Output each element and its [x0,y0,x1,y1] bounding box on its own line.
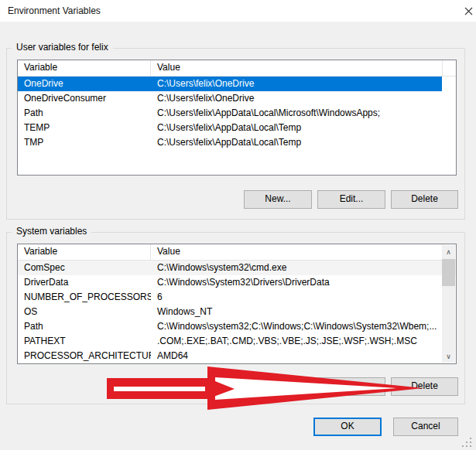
variable-cell[interactable]: TMP [18,135,151,150]
variable-cell[interactable]: NUMBER_OF_PROCESSORS [18,290,151,305]
variable-cell[interactable]: Path [18,319,151,334]
scrollbar-thumb[interactable] [442,259,455,286]
vertical-scrollbar[interactable]: ∧ ∨ [442,245,455,363]
close-icon[interactable] [461,0,476,22]
value-cell[interactable]: C:\Users\felix\OneDrive [151,91,456,106]
value-cell[interactable]: C:\Windows\system32\cmd.exe [151,261,456,275]
cancel-button[interactable]: Cancel [393,418,458,436]
window-title: Environment Variables [8,0,101,22]
system-variables-label: System variables [12,226,91,237]
table-row[interactable]: TMPC:\Users\felix\AppData\Local\Temp [18,135,456,150]
system-new-button[interactable]: New... [244,377,312,396]
title-bar: Environment Variables [0,0,476,22]
column-header-filler [443,60,456,76]
variable-cell[interactable]: OneDrive [18,77,151,91]
table-row[interactable]: PATHEXT.COM;.EXE;.BAT;.CMD;.VBS;.VBE;.JS… [18,334,456,349]
table-row[interactable]: PROCESSOR_ARCHITECTUREAMD64 [18,349,456,363]
user-variables-table: Variable Value OneDriveC:\Users\felix\On… [17,60,457,176]
table-row[interactable]: TEMPC:\Users\felix\AppData\Local\Temp [18,121,456,135]
system-table-header: Variable Value [18,244,456,261]
column-header-value[interactable]: Value [151,244,443,260]
value-cell[interactable]: AMD64 [151,349,456,363]
value-cell[interactable]: .COM;.EXE;.BAT;.CMD;.VBS;.VBE;.JS;.JSE;.… [151,334,456,349]
user-table-header: Variable Value [18,60,456,77]
table-row[interactable]: OneDriveConsumerC:\Users\felix\OneDrive [18,91,456,106]
value-cell[interactable]: 6 [151,290,456,305]
column-header-value[interactable]: Value [151,60,443,76]
chevron-down-icon[interactable]: ∨ [442,349,455,363]
chevron-up-icon[interactable]: ∧ [442,245,455,258]
column-header-variable[interactable]: Variable [18,244,151,260]
user-delete-button[interactable]: Delete [391,190,458,209]
variable-cell[interactable]: OS [18,305,151,319]
column-header-variable[interactable]: Variable [18,60,151,76]
system-delete-button[interactable]: Delete [391,377,458,396]
table-row[interactable]: PathC:\Windows\system32;C:\Windows;C:\Wi… [18,319,456,334]
value-cell[interactable]: C:\Users\felix\AppData\Local\Temp [151,135,456,150]
value-cell[interactable]: C:\Users\felix\AppData\Local\Temp [151,121,456,135]
value-cell[interactable]: Windows_NT [151,305,456,319]
variable-cell[interactable]: ComSpec [18,261,151,275]
system-variables-table: Variable Value ComSpecC:\Windows\system3… [17,244,457,364]
resize-grip[interactable] [462,438,473,448]
table-row[interactable]: ComSpecC:\Windows\system32\cmd.exe [18,261,456,275]
user-table-body: OneDriveC:\Users\felix\OneDriveOneDriveC… [18,77,456,150]
variable-cell[interactable]: OneDriveConsumer [18,91,151,106]
user-variables-label: User variables for felix [12,42,113,53]
table-row[interactable]: OneDriveC:\Users\felix\OneDrive [18,77,442,91]
value-cell[interactable]: C:\Windows\System32\Drivers\DriverData [151,275,456,290]
user-edit-button[interactable]: Edit... [317,190,385,209]
variable-cell[interactable]: DriverData [18,275,151,290]
value-cell[interactable]: C:\Windows\system32;C:\Windows;C:\Window… [151,319,456,334]
environment-variables-dialog: Environment Variables User variables for… [0,0,476,450]
system-edit-button[interactable]: Edit... [317,377,385,396]
ok-button[interactable]: OK [313,418,382,436]
table-row[interactable]: OSWindows_NT [18,305,456,319]
system-table-body: ComSpecC:\Windows\system32\cmd.exeDriver… [18,261,456,363]
value-cell[interactable]: C:\Users\felix\OneDrive [151,77,442,91]
table-row[interactable]: DriverDataC:\Windows\System32\Drivers\Dr… [18,275,456,290]
variable-cell[interactable]: PROCESSOR_ARCHITECTURE [18,349,151,363]
table-row[interactable]: PathC:\Users\felix\AppData\Local\Microso… [18,106,456,121]
user-new-button[interactable]: New... [244,190,312,209]
value-cell[interactable]: C:\Users\felix\AppData\Local\Microsoft\W… [151,106,456,121]
table-row[interactable]: NUMBER_OF_PROCESSORS6 [18,290,456,305]
variable-cell[interactable]: PATHEXT [18,334,151,349]
variable-cell[interactable]: Path [18,106,151,121]
variable-cell[interactable]: TEMP [18,121,151,135]
